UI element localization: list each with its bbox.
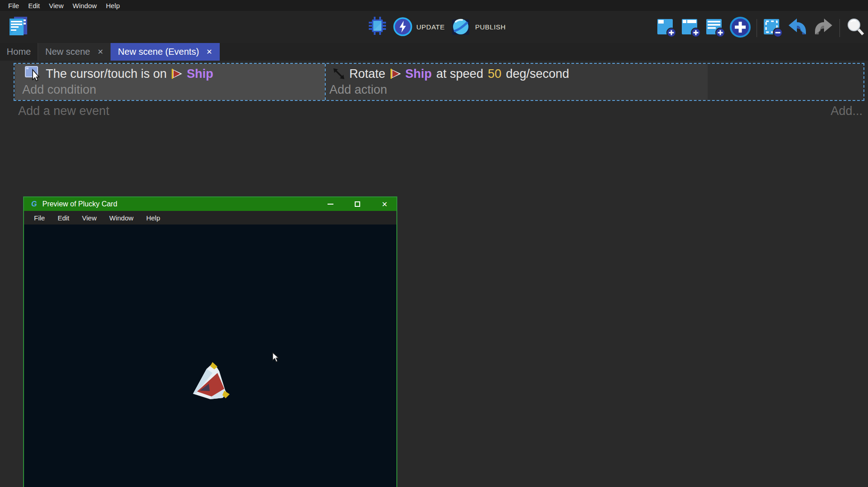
add-circle-icon[interactable] <box>729 16 751 40</box>
add-event-row: Add a new event Add... <box>0 104 868 122</box>
update-label: UPDATE <box>416 23 445 31</box>
action-item[interactable]: Rotate Ship at speed 50 deg/second <box>328 65 569 82</box>
main-toolbar: UPDATE PUBLISH <box>0 11 868 43</box>
condition-text: The cursor/touch is on <box>46 67 167 81</box>
preview-window-title: Preview of Plucky Card <box>42 200 117 208</box>
event-row-filler <box>708 64 863 100</box>
tab-new-scene[interactable]: New scene ✕ <box>38 43 111 61</box>
menu-window[interactable]: Window <box>68 2 101 10</box>
event-conditions-column: The cursor/touch is on Ship Add conditio… <box>15 64 325 100</box>
tab-label: New scene <box>45 47 90 57</box>
preview-window: G Preview of Plucky Card ✕ File Edit Vie… <box>23 196 397 487</box>
preview-menu-file[interactable]: File <box>29 214 49 222</box>
toolbar-separator <box>839 19 840 37</box>
tab-label: New scene (Events) <box>118 47 199 57</box>
action-object-name: Ship <box>405 67 432 81</box>
minimize-icon[interactable] <box>325 199 336 210</box>
add-new-event-button[interactable]: Add a new event <box>18 104 109 118</box>
game-canvas[interactable] <box>24 224 396 487</box>
toolbar-separator <box>757 19 757 37</box>
ship-sprite <box>184 352 232 403</box>
preview-menu-view[interactable]: View <box>77 214 101 222</box>
gdevelop-app: File Edit View Window Help <box>0 0 868 487</box>
update-bolt-icon <box>393 17 412 36</box>
events-sheet: The cursor/touch is on Ship Add conditio… <box>0 61 868 487</box>
ship-object-icon <box>389 68 402 80</box>
gdevelop-logo-icon: G <box>31 200 37 208</box>
tab-home[interactable]: Home <box>0 43 38 61</box>
preview-menu-bar: File Edit View Window Help <box>24 211 396 224</box>
menu-file[interactable]: File <box>4 2 24 10</box>
add-action-button[interactable]: Add action <box>329 83 387 97</box>
close-icon[interactable]: ✕ <box>379 199 390 210</box>
publish-label: PUBLISH <box>475 23 506 31</box>
preview-menu-edit[interactable]: Edit <box>53 214 74 222</box>
publish-globe-icon <box>450 17 471 37</box>
publish-button[interactable]: PUBLISH <box>450 17 506 37</box>
add-condition-button[interactable]: Add condition <box>22 83 96 97</box>
menu-view[interactable]: View <box>44 2 68 10</box>
app-menu-bar: File Edit View Window Help <box>0 0 868 11</box>
action-text: deg/second <box>506 67 569 81</box>
update-button[interactable]: UPDATE <box>393 17 445 36</box>
editor-tab-bar: Home New scene ✕ New scene (Events) ✕ <box>0 43 868 61</box>
project-manager-icon[interactable] <box>7 15 29 39</box>
tab-close-icon[interactable]: ✕ <box>206 48 212 56</box>
cursor-on-object-icon <box>25 66 42 81</box>
window-controls: ✕ <box>325 197 390 211</box>
redo-icon[interactable] <box>812 17 834 39</box>
mouse-cursor <box>272 352 280 363</box>
action-value: 50 <box>488 67 502 81</box>
add-menu-button[interactable]: Add... <box>830 104 863 118</box>
add-scene-icon[interactable] <box>656 17 677 39</box>
menu-help[interactable]: Help <box>101 2 125 10</box>
preview-title-bar[interactable]: G Preview of Plucky Card ✕ <box>24 197 396 211</box>
condition-object-name: Ship <box>187 67 213 81</box>
event-actions-column: Rotate Ship at speed 50 deg/second Add a… <box>325 64 708 100</box>
tab-label: Home <box>7 47 31 57</box>
preview-menu-help[interactable]: Help <box>142 214 165 222</box>
add-external-layout-icon[interactable] <box>680 17 701 39</box>
undo-icon[interactable] <box>787 17 809 39</box>
edit-scene-icon[interactable] <box>762 17 783 39</box>
preview-menu-window[interactable]: Window <box>105 214 138 222</box>
action-text: Rotate <box>349 67 386 81</box>
condition-item[interactable]: The cursor/touch is on Ship <box>21 65 213 82</box>
action-text: at speed <box>436 67 483 81</box>
add-external-events-icon[interactable] <box>705 17 726 39</box>
debug-icon[interactable] <box>367 16 388 37</box>
menu-edit[interactable]: Edit <box>24 2 44 10</box>
maximize-icon[interactable] <box>352 199 363 210</box>
event-row[interactable]: The cursor/touch is on Ship Add conditio… <box>14 63 864 101</box>
tab-new-scene-events[interactable]: New scene (Events) ✕ <box>111 43 219 61</box>
tab-close-icon[interactable]: ✕ <box>97 48 103 56</box>
search-icon[interactable] <box>845 17 865 39</box>
ship-object-icon <box>170 68 183 80</box>
rotate-action-icon <box>332 67 346 81</box>
